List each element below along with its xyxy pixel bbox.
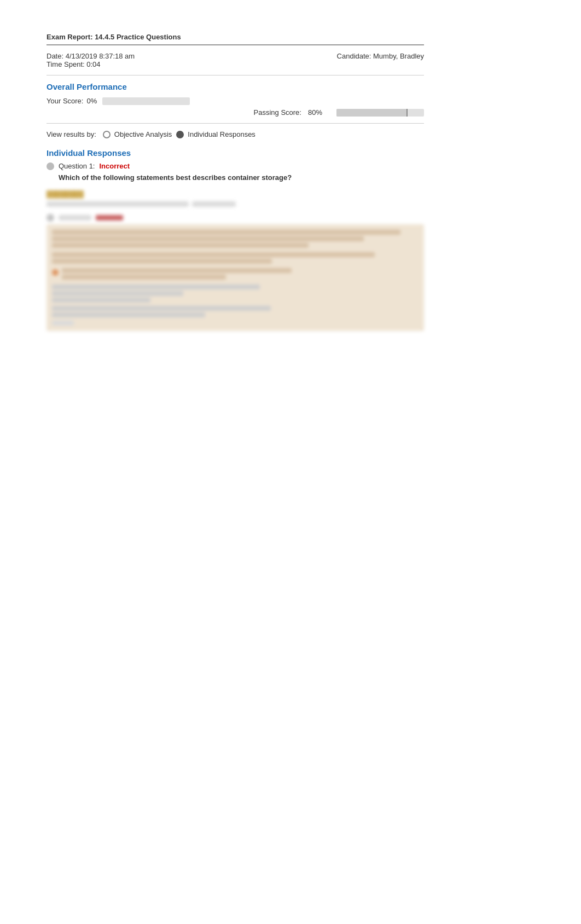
passing-bar-fill	[336, 109, 406, 117]
date-label: Date: 4/13/2019 8:37:18 am	[47, 52, 135, 60]
radio-objective-analysis[interactable]: Objective Analysis	[103, 130, 172, 138]
question-1-label: Question 1:	[59, 162, 95, 170]
score-row: Your Score: 0%	[47, 97, 424, 105]
individual-responses-title: Individual Responses	[47, 148, 424, 158]
question-1-status: Incorrect	[100, 162, 130, 170]
blurred-answer-block	[47, 224, 424, 331]
question-1-row: Question 1: Incorrect	[47, 162, 424, 170]
passing-score-wrapper: Passing Score: 80%	[47, 108, 424, 117]
radio-label-objective: Objective Analysis	[114, 130, 172, 138]
score-bar	[102, 97, 190, 105]
view-results-label: View results by:	[47, 130, 96, 138]
meta-row: Date: 4/13/2019 8:37:18 am Time Spent: 0…	[47, 52, 424, 68]
radio-label-individual: Individual Responses	[188, 130, 255, 138]
exam-title: Exam Report: 14.4.5 Practice Questions	[47, 33, 181, 41]
blurred-content: ████████	[47, 190, 424, 331]
passing-marker	[406, 109, 408, 117]
your-score-value: 0%	[86, 97, 97, 105]
question-1-text: Which of the following statements best d…	[59, 173, 424, 182]
your-score-label: Your Score:	[47, 97, 83, 105]
blurred-title: ████████	[47, 190, 424, 198]
blurred-choice-2	[52, 284, 419, 303]
meta-left: Date: 4/13/2019 8:37:18 am Time Spent: 0…	[47, 52, 135, 68]
exam-title-bar: Exam Report: 14.4.5 Practice Questions	[47, 33, 424, 45]
radio-btn-objective[interactable]	[103, 131, 111, 138]
question-1-icon	[47, 162, 54, 170]
blurred-q2-row	[47, 214, 424, 222]
blurred-choice-3	[52, 306, 419, 317]
passing-score-value: 80%	[308, 108, 322, 117]
divider-1	[47, 75, 424, 75]
blurred-choice-1	[52, 268, 419, 281]
candidate-label: Candidate: Mumby, Bradley	[337, 52, 424, 68]
individual-responses-section: Individual Responses Question 1: Incorre…	[47, 148, 424, 331]
overall-performance-title: Overall Performance	[47, 82, 424, 91]
radio-individual-responses[interactable]: Individual Responses	[176, 130, 255, 138]
radio-btn-individual[interactable]	[176, 131, 184, 138]
divider-2	[47, 123, 424, 124]
view-results-row: View results by: Objective Analysis Indi…	[47, 130, 424, 138]
passing-score-label: Passing Score:	[254, 108, 301, 117]
time-label: Time Spent: 0:04	[47, 60, 135, 68]
passing-bar	[336, 109, 424, 117]
